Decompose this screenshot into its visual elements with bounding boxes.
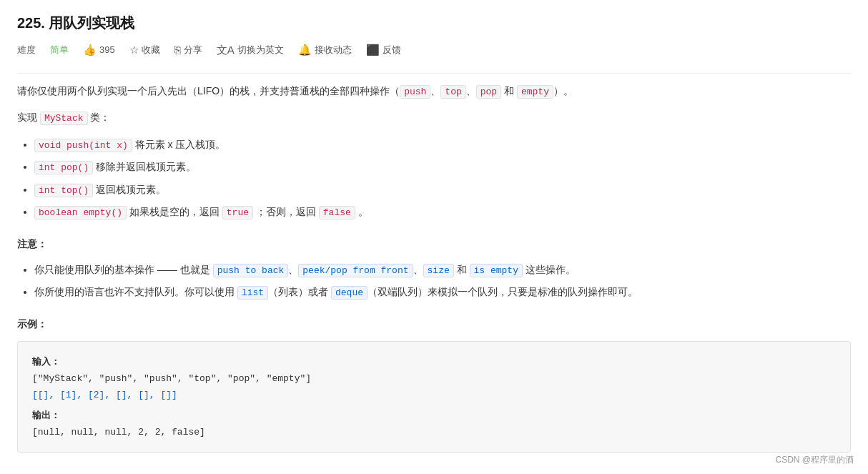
method-empty-desc-pre: 如果栈是空的，返回	[129, 206, 222, 217]
example-box: 输入： ["MyStack", "push", "push", "top", "…	[17, 341, 851, 453]
desc-sep-2: 、	[466, 85, 476, 97]
method-top-sig: int top()	[34, 184, 93, 197]
note-1-op4: is empty	[470, 264, 523, 277]
note-1-sep3: 和	[454, 264, 470, 275]
switch-lang-label: 切换为英文	[237, 43, 284, 58]
op-top: top	[440, 85, 465, 99]
bell-icon: 🔔	[298, 41, 312, 59]
collect-button[interactable]: ☆ 收藏	[129, 41, 160, 59]
method-push: void push(int x) 将元素 x 压入栈顶。	[34, 136, 851, 154]
example-title: 示例：	[17, 315, 851, 333]
method-top: int top() 返回栈顶元素。	[34, 181, 851, 199]
example-section: 示例： 输入： ["MyStack", "push", "push", "top…	[17, 315, 851, 453]
note-2-pre: 你所使用的语言也许不支持队列。你可以使用	[34, 286, 237, 297]
note-1-sep1: 、	[288, 264, 298, 275]
subscribe-button[interactable]: 🔔 接收动态	[298, 41, 352, 59]
class-name: MyStack	[40, 112, 88, 125]
methods-list: void push(int x) 将元素 x 压入栈顶。 int pop() 移…	[17, 136, 851, 222]
method-push-desc: 将元素 x 压入栈顶。	[135, 139, 226, 150]
op-pop: pop	[476, 85, 501, 99]
method-top-desc: 返回栈顶元素。	[96, 184, 166, 195]
note-1-op1: push to back	[213, 264, 289, 277]
input-label: 输入：	[32, 353, 836, 370]
method-empty-sig: boolean empty()	[34, 206, 127, 219]
method-empty-false: false	[319, 206, 355, 219]
note-section: 注意： 你只能使用队列的基本操作 —— 也就是 push to back、pee…	[17, 235, 851, 301]
method-pop-desc: 移除并返回栈顶元素。	[96, 161, 196, 172]
collect-label: 收藏	[142, 43, 160, 58]
class-suffix: 类：	[88, 112, 111, 123]
like-count: 395	[99, 43, 115, 58]
input-line-1: ["MyStack", "push", "push", "top", "pop"…	[32, 370, 836, 387]
note-2-mid2: （双端队列）来模拟一个队列，只要是标准的队列操作即可。	[368, 286, 638, 297]
share-label: 分享	[184, 43, 202, 58]
difficulty-label: 难度	[17, 43, 36, 58]
output-label-text: 输出：	[32, 410, 60, 420]
feedback-label: 反馈	[383, 43, 401, 58]
method-empty: boolean empty() 如果栈是空的，返回 true ；否则，返回 fa…	[34, 203, 851, 221]
star-icon: ☆	[129, 41, 139, 59]
description-text-2: ）。	[553, 85, 573, 97]
input-label-text: 输入：	[32, 356, 60, 367]
toolbar-divider	[17, 73, 851, 74]
notes-list: 你只能使用队列的基本操作 —— 也就是 push to back、peek/po…	[17, 261, 851, 302]
toolbar: 难度 简单 👍 395 ☆ 收藏 ⎘ 分享 文A 切换为英文 🔔 接收动态 ⬛ …	[17, 41, 851, 59]
desc-sep-1: 、	[430, 85, 440, 97]
implement-text: 实现	[17, 112, 40, 123]
op-empty: empty	[517, 85, 553, 99]
difficulty-value: 简单	[50, 43, 69, 58]
note-1-op2: peek/pop from front	[298, 264, 413, 277]
method-empty-true: true	[222, 206, 253, 219]
description-paragraph: 请你仅使用两个队列实现一个后入先出（LIFO）的栈，并支持普通栈的全部四种操作（…	[17, 82, 851, 100]
implement-paragraph: 实现 MyStack 类：	[17, 109, 851, 127]
method-push-sig: void push(int x)	[34, 139, 132, 152]
note-1-post: 这些操作。	[523, 264, 576, 275]
method-empty-mid: ；否则，返回	[253, 206, 319, 217]
note-title: 注意：	[17, 235, 851, 253]
footer-brand: CSDN @程序里的酒	[775, 453, 854, 465]
note-2-deque: deque	[331, 286, 368, 300]
translate-icon: 文A	[217, 41, 235, 59]
note-1-op3: size	[423, 264, 454, 277]
desc-sep-3: 和	[501, 85, 517, 97]
subscribe-label: 接收动态	[315, 43, 352, 58]
switch-lang-button[interactable]: 文A 切换为英文	[217, 41, 284, 59]
note-1: 你只能使用队列的基本操作 —— 也就是 push to back、peek/po…	[34, 261, 851, 279]
note-1-sep2: 、	[413, 264, 423, 275]
method-pop-sig: int pop()	[34, 161, 93, 174]
page-container: 225. 用队列实现栈 难度 简单 👍 395 ☆ 收藏 ⎘ 分享 文A 切换为…	[0, 0, 868, 464]
share-button[interactable]: ⎘ 分享	[174, 41, 202, 59]
problem-title: 225. 用队列实现栈	[17, 11, 851, 34]
op-push: push	[400, 85, 430, 99]
note-2-mid1: （列表）或者	[268, 286, 331, 297]
input-line-2: [[], [1], [2], [], [], []]	[32, 387, 836, 403]
output-label: 输出：	[32, 407, 836, 424]
description-text-1: 请你仅使用两个队列实现一个后入先出（LIFO）的栈，并支持普通栈的全部四种操作（	[17, 85, 400, 97]
note-2: 你所使用的语言也许不支持队列。你可以使用 list（列表）或者 deque（双端…	[34, 283, 851, 301]
feedback-button[interactable]: ⬛ 反馈	[366, 41, 401, 59]
like-button[interactable]: 👍 395	[83, 41, 115, 59]
feedback-icon: ⬛	[366, 41, 380, 59]
method-pop: int pop() 移除并返回栈顶元素。	[34, 158, 851, 176]
note-1-pre: 你只能使用队列的基本操作 —— 也就是	[34, 264, 213, 275]
problem-body: 请你仅使用两个队列实现一个后入先出（LIFO）的栈，并支持普通栈的全部四种操作（…	[17, 82, 851, 453]
share-icon: ⎘	[174, 41, 181, 59]
output-line-1: [null, null, null, 2, 2, false]	[32, 424, 836, 440]
method-empty-end: 。	[355, 206, 368, 217]
like-icon: 👍	[83, 41, 97, 59]
note-2-list: list	[237, 286, 268, 300]
